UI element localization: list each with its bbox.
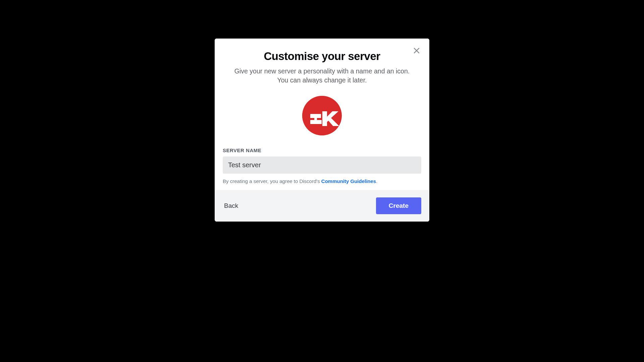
back-button[interactable]: Back [223,199,239,212]
agreement-prefix: By creating a server, you agree to Disco… [223,178,321,184]
close-icon [413,47,421,55]
server-icon-upload[interactable] [302,96,342,135]
app-background: Customise your server Give your new serv… [78,0,566,274]
community-guidelines-link[interactable]: Community Guidelines [321,178,376,184]
modal-footer: Back Create [215,190,429,222]
agreement-text: By creating a server, you agree to Disco… [223,178,421,184]
modal-body: Customise your server Give your new serv… [215,39,429,190]
svg-point-2 [302,96,342,135]
create-button[interactable]: Create [376,197,421,214]
modal-subtitle: Give your new server a personality with … [223,67,421,85]
close-button[interactable] [411,45,422,56]
agreement-suffix: . [376,178,377,184]
server-name-label: SERVER NAME [223,147,421,153]
server-name-input[interactable] [223,157,421,174]
modal-title: Customise your server [223,50,421,63]
server-icon-container [223,96,421,135]
customise-server-modal: Customise your server Give your new serv… [215,39,429,222]
server-icon-image [302,96,342,135]
